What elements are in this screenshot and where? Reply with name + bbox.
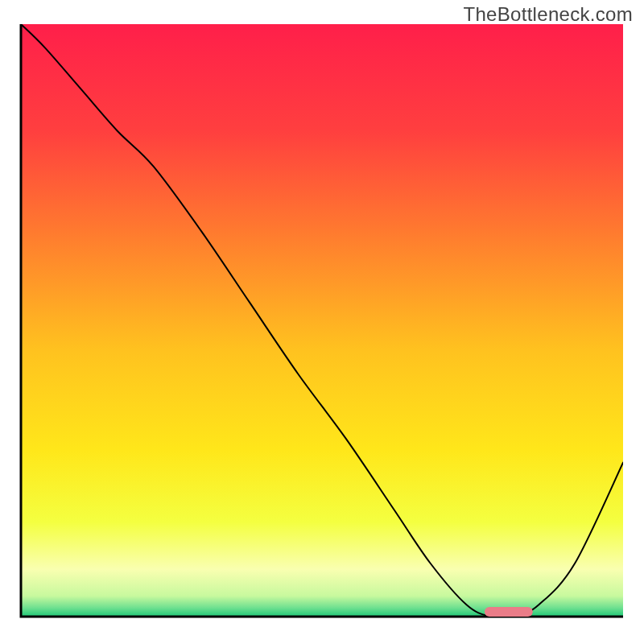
plot-background — [21, 24, 623, 617]
optimal-marker — [485, 607, 533, 617]
watermark-text: TheBottleneck.com — [463, 3, 633, 26]
chart-svg — [0, 0, 644, 644]
chart-container: TheBottleneck.com — [0, 0, 644, 644]
